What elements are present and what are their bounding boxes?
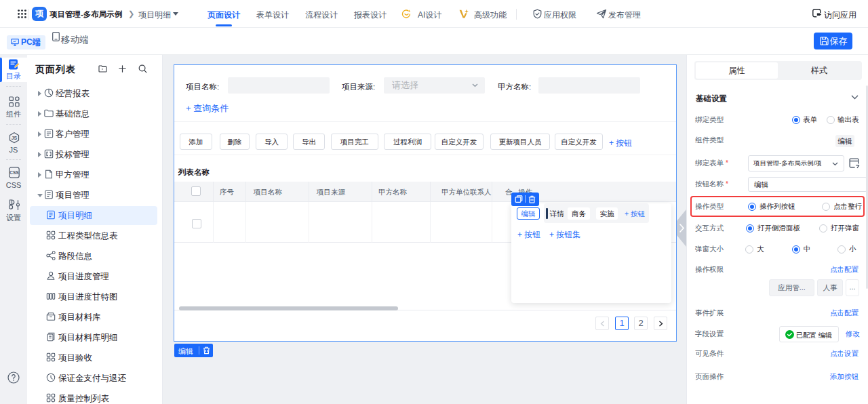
svg-text:CSS: CSS [9,170,19,175]
svg-text:JS: JS [12,136,18,140]
